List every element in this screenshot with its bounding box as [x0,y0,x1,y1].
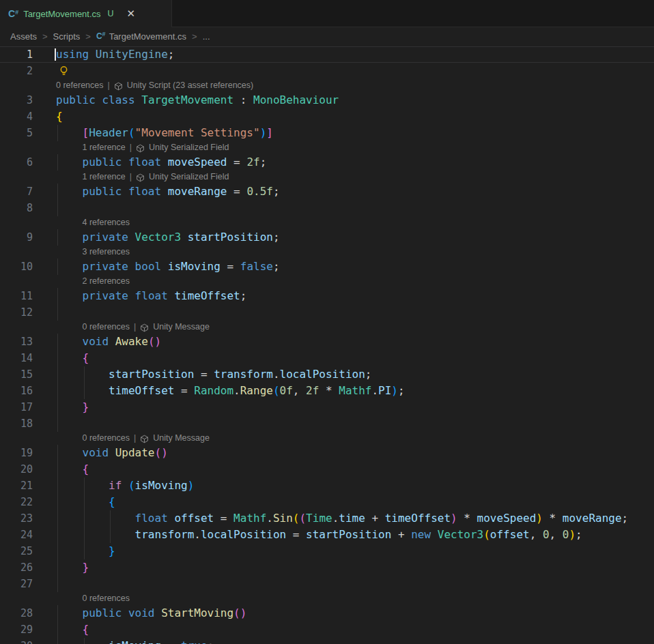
code-line-22[interactable]: 22 { [0,494,654,510]
codelens-references-link[interactable]: 0 references [83,432,130,445]
code-token: , [293,384,306,397]
tab-targetmovement[interactable]: C# TargetMovement.cs U ✕ [0,0,172,27]
code-line-6[interactable]: 6 public float moveSpeed = 2f; [0,154,654,171]
code-token: StartMoving [161,606,233,619]
code-line-10[interactable]: 10 private bool isMoving = false; [0,259,654,275]
code-text: } [56,399,89,415]
code-line-20[interactable]: 20 { [0,461,654,478]
code-token [56,368,109,381]
code-line-8[interactable]: 8 [0,200,654,216]
unity-cube-icon [136,144,145,153]
code-token: 0 [543,528,550,541]
code-token: ( [483,528,490,541]
code-text: float offset = Mathf.Sin((Time.time + ti… [56,510,628,527]
code-token: ) [188,479,195,492]
code-line-28[interactable]: 28 public void StartMoving() [0,605,654,621]
code-token [56,185,83,198]
code-token: ) [569,528,575,541]
code-token [96,93,102,106]
code-editor[interactable]: 1using UnityEngine;2 0 references| Unity… [0,45,654,644]
codelens-references-link[interactable]: 1 reference [83,171,126,184]
tab-bar-empty-space [172,0,654,27]
codelens-references-link[interactable]: 3 references [83,246,130,259]
codelens-references-link[interactable]: 0 references [83,321,130,334]
close-icon[interactable]: ✕ [127,8,136,20]
code-line-24[interactable]: 24 transform.localPosition = startPositi… [0,527,654,543]
code-line-18[interactable]: 18 [0,415,654,432]
code-token: moveSpeed [477,512,537,525]
code-token: void [83,335,109,348]
code-line-16[interactable]: 16 timeOffset = Random.Range(0f, 2f * Ma… [0,383,654,399]
code-line-5[interactable]: 5 [Header("Movement Settings")] [0,125,654,141]
line-number: 2 [0,63,33,79]
code-line-23[interactable]: 23 float offset = Mathf.Sin((Time.time +… [0,510,654,527]
line-number: 10 [0,259,33,275]
code-line-1[interactable]: 1using UnityEngine; [0,46,654,63]
code-line-9[interactable]: 9 private Vector3 startPosition; [0,229,654,246]
code-line-17[interactable]: 17 } [0,399,654,415]
breadcrumb-assets[interactable]: Assets [10,31,37,42]
code-token: ; [260,156,267,169]
codelens-row: 0 references| Unity Message [0,432,654,445]
code-token: private [83,231,128,244]
code-line-14[interactable]: 14 { [0,350,654,366]
breadcrumb-scripts[interactable]: Scripts [53,31,81,42]
code-token: offset [174,512,214,525]
code-token: . [371,384,378,397]
code-line-19[interactable]: 19 void Update() [0,445,654,461]
code-line-21[interactable]: 21 if (isMoving) [0,478,654,494]
code-token: public [83,156,122,169]
code-line-11[interactable]: 11 private float timeOffset; [0,288,654,304]
code-token: . [194,528,201,541]
codelens-unity-link[interactable]: Unity Message [153,321,210,334]
code-line-29[interactable]: 29 { [0,621,654,638]
codelens-references-link[interactable]: 2 references [83,275,130,288]
code-line-25[interactable]: 25 } [0,543,654,559]
code-token: private [83,260,128,273]
codelens-row: 0 references| Unity Message [0,321,654,334]
code-token [56,156,83,169]
code-token: } [83,400,89,413]
codelens-unity-link[interactable]: Unity Serialized Field [149,141,229,154]
codelens-references-link[interactable]: 0 references [56,79,103,92]
code-line-27[interactable]: 27 [0,576,654,592]
code-line-26[interactable]: 26 } [0,559,654,576]
codelens-separator: | [107,79,109,92]
codelens-unity-link[interactable]: Unity Serialized Field [149,171,229,184]
code-token: Range [240,384,273,397]
code-line-4[interactable]: 4{ [0,108,654,125]
code-line-15[interactable]: 15 startPosition = transform.localPositi… [0,366,654,383]
codelens-references-link[interactable]: 4 references [83,216,130,229]
codelens-unity-link[interactable]: Unity Message [153,432,210,445]
codelens-references-link[interactable]: 0 references [83,592,130,605]
chevron-right-icon: > [85,31,91,42]
codelens-unity-link[interactable]: Unity Script (23 asset references) [127,79,254,92]
codelens-row: 0 references [0,592,654,605]
breadcrumb-symbol-more[interactable]: ... [203,31,210,42]
code-line-7[interactable]: 7 public float moveRange = 0.5f; [0,184,654,200]
code-token [168,289,175,302]
line-number: 19 [0,445,33,461]
code-token: ; [273,260,280,273]
code-token: ( [128,126,135,139]
line-number: 11 [0,288,33,304]
codelens-references-link[interactable]: 1 reference [83,141,126,154]
code-token: { [83,351,89,364]
code-line-12[interactable]: 12 [0,304,654,321]
lightbulb-icon[interactable] [59,65,70,76]
code-line-3[interactable]: 3public class TargetMovement : MonoBehav… [0,92,654,108]
code-token: ; [622,512,629,525]
code-token: ; [398,384,405,397]
code-token [56,606,83,619]
code-line-13[interactable]: 13 void Awake() [0,334,654,350]
line-number: 9 [0,229,33,246]
codelens-row: 4 references [0,216,654,229]
code-token: * [319,384,339,397]
code-line-2[interactable]: 2 [0,63,654,79]
code-line-30[interactable]: 30 isMoving = true; [0,638,654,644]
code-token [109,335,115,348]
code-token [56,400,83,413]
code-token: using [56,48,89,61]
breadcrumb-file[interactable]: C# TargetMovement.cs [96,31,186,42]
unity-cube-icon [140,323,149,332]
